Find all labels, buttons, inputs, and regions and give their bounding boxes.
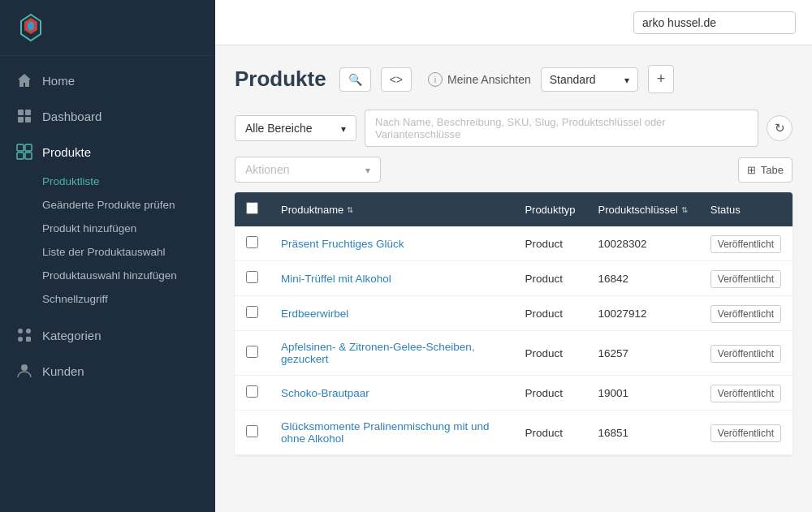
product-search-bar[interactable]: Nach Name, Beschreibung, SKU, Slug, Prod…	[365, 110, 758, 147]
row-status-4: Veröffentlicht	[699, 376, 793, 411]
row-status-2: Veröffentlicht	[699, 296, 793, 331]
row-checkbox-1[interactable]	[246, 271, 258, 283]
product-link-3[interactable]: Apfelsinen- & Zitronen-Gelee-Scheiben, g…	[281, 341, 475, 365]
status-badge-5: Veröffentlicht	[710, 424, 781, 442]
product-link-0[interactable]: Präsent Fruchtiges Glück	[281, 238, 404, 250]
sidebar-item-produkte[interactable]: Produkte	[0, 134, 215, 170]
row-checkbox-5[interactable]	[246, 425, 258, 437]
search-icon: 🔍	[348, 73, 362, 86]
search-button[interactable]: 🔍	[339, 67, 371, 92]
row-checkbox-cell[interactable]	[235, 376, 270, 411]
topbar	[215, 0, 812, 45]
svg-point-12	[26, 329, 31, 333]
row-checkbox-cell[interactable]	[235, 226, 270, 261]
row-checkbox-cell[interactable]	[235, 331, 270, 376]
col-header-produkttyp: Produkttyp	[513, 192, 586, 226]
row-key-2: 10027912	[587, 296, 699, 331]
svg-rect-14	[26, 337, 31, 342]
sidebar-subitem-produktliste[interactable]: Produktliste	[42, 170, 215, 193]
sidebar-item-dashboard-label: Dashboard	[42, 110, 102, 123]
topbar-search-container[interactable]	[633, 11, 796, 34]
row-name-3: Apfelsinen- & Zitronen-Gelee-Scheiben, g…	[270, 331, 513, 376]
table-row: Schoko-Brautpaar Product 19001 Veröffent…	[235, 376, 793, 411]
select-all-header[interactable]	[235, 192, 270, 226]
produktname-sort[interactable]: Produktname ⇅	[281, 204, 353, 216]
row-status-1: Veröffentlicht	[699, 261, 793, 296]
row-checkbox-cell[interactable]	[235, 411, 270, 455]
sidebar-subitem-produkt-hinzufuegen[interactable]: Produkt hinzufügen	[42, 217, 215, 240]
sidebar-subitem-produktauswahl-hinzufuegen[interactable]: Produktauswahl hinzufügen	[42, 264, 215, 287]
topbar-search-input[interactable]	[642, 16, 787, 29]
product-link-4[interactable]: Schoko-Brautpaar	[281, 387, 369, 399]
status-badge-3: Veröffentlicht	[710, 345, 781, 363]
row-key-1: 16842	[587, 261, 699, 296]
code-button[interactable]: <>	[381, 67, 412, 92]
page-title: Produkte	[235, 67, 326, 92]
row-checkbox-2[interactable]	[246, 306, 258, 318]
table-row: Erdbeerwirbel Product 10027912 Veröffent…	[235, 296, 793, 331]
table-view-label: Tabe	[761, 164, 784, 176]
add-view-button[interactable]: +	[648, 65, 675, 93]
row-name-2: Erdbeerwirbel	[270, 296, 513, 331]
refresh-icon: ↻	[775, 121, 785, 136]
row-key-3: 16257	[587, 331, 699, 376]
sidebar-item-home-label: Home	[42, 74, 75, 88]
row-checkbox-0[interactable]	[246, 236, 258, 248]
row-type-4: Product	[513, 376, 586, 411]
actions-select[interactable]: Aktionen	[235, 157, 381, 183]
row-key-5: 16851	[587, 411, 699, 455]
produktschluessel-sort-arrows: ⇅	[681, 205, 688, 214]
actions-chevron-icon	[365, 163, 370, 176]
actions-bar: Aktionen ⊞ Tabe	[235, 157, 793, 183]
svg-rect-5	[18, 117, 24, 123]
svg-rect-7	[17, 144, 24, 151]
sidebar-navigation: Home Dashboard Produkte Produktliste	[0, 56, 215, 512]
svg-rect-10	[25, 153, 32, 159]
sidebar-item-kunden[interactable]: Kunden	[0, 353, 215, 389]
refresh-button[interactable]: ↻	[767, 115, 793, 141]
select-all-checkbox[interactable]	[246, 202, 258, 214]
status-badge-1: Veröffentlicht	[710, 270, 781, 288]
info-icon[interactable]: i	[428, 72, 443, 87]
sidebar-logo	[0, 0, 215, 56]
col-header-produktname[interactable]: Produktname ⇅	[270, 192, 513, 226]
status-badge-4: Veröffentlicht	[710, 385, 781, 402]
product-link-2[interactable]: Erdbeerwirbel	[281, 308, 348, 320]
row-status-0: Veröffentlicht	[699, 226, 793, 261]
area-filter-chevron-icon	[341, 122, 346, 135]
sidebar-item-dashboard[interactable]: Dashboard	[0, 98, 215, 134]
area-filter-select[interactable]: Alle Bereiche	[235, 115, 356, 141]
product-link-5[interactable]: Glücksmomente Pralinenmischung mit und o…	[281, 420, 490, 445]
table-icon: ⊞	[747, 164, 756, 176]
status-badge-0: Veröffentlicht	[710, 235, 781, 253]
sidebar-item-kategorien[interactable]: Kategorien	[0, 317, 215, 353]
row-name-4: Schoko-Brautpaar	[270, 376, 513, 411]
row-type-1: Product	[513, 261, 586, 296]
sidebar-subitem-liste-der-produktauswahl[interactable]: Liste der Produktauswahl	[42, 240, 215, 264]
area-filter-value: Alle Bereiche	[245, 122, 313, 135]
row-checkbox-cell[interactable]	[235, 261, 270, 296]
dashboard-icon	[16, 108, 32, 124]
table-row: Apfelsinen- & Zitronen-Gelee-Scheiben, g…	[235, 331, 793, 376]
svg-rect-9	[17, 153, 24, 159]
row-checkbox-4[interactable]	[246, 385, 258, 398]
row-checkbox-cell[interactable]	[235, 296, 270, 331]
sidebar: Home Dashboard Produkte Produktliste	[0, 0, 215, 512]
code-icon: <>	[390, 73, 403, 86]
sidebar-subitem-schnellzugriff[interactable]: Schnellzugriff	[42, 287, 215, 311]
categories-icon	[16, 327, 32, 343]
produktschluessel-sort[interactable]: Produktschlüssel ⇅	[598, 204, 688, 216]
sidebar-subitem-geaenderte-produkte[interactable]: Geänderte Produkte prüfen	[42, 193, 215, 217]
views-select[interactable]: Standard	[541, 67, 638, 92]
row-checkbox-3[interactable]	[246, 346, 258, 358]
svg-rect-6	[25, 117, 31, 123]
main-area: Produkte 🔍 <> i Meine Ansichten Standard…	[215, 0, 812, 512]
product-link-1[interactable]: Mini-Trüffel mit Alkohol	[281, 273, 391, 285]
table-view-button[interactable]: ⊞ Tabe	[738, 157, 793, 183]
sidebar-item-home[interactable]: Home	[0, 62, 215, 98]
col-header-produktschluessel[interactable]: Produktschlüssel ⇅	[587, 192, 699, 226]
row-name-5: Glücksmomente Pralinenmischung mit und o…	[270, 411, 513, 455]
sidebar-item-kunden-label: Kunden	[42, 364, 84, 378]
product-search-placeholder: Nach Name, Beschreibung, SKU, Slug, Prod…	[375, 116, 748, 140]
actions-placeholder: Aktionen	[245, 163, 289, 176]
